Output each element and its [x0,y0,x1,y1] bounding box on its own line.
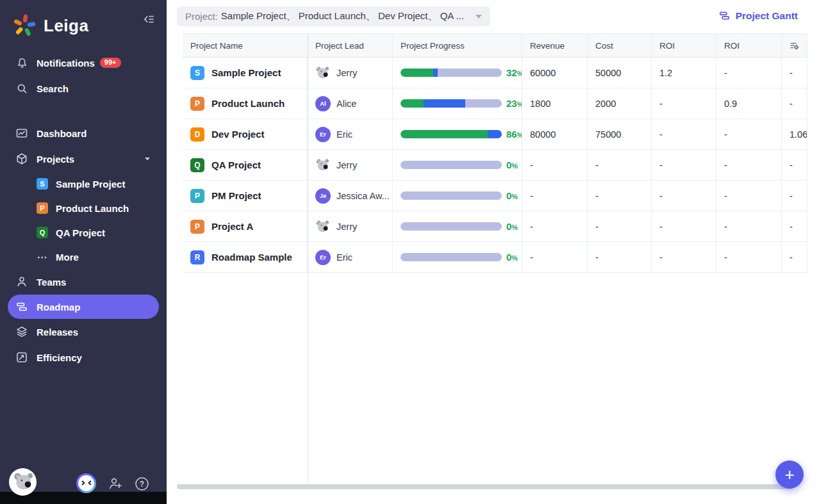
lead-avatar [315,158,331,173]
cost-value: 75000 [588,119,652,150]
sidebar-item-label: More [56,252,79,263]
revenue-value: - [522,242,588,273]
column-header-revenue[interactable]: Revenue [522,33,588,58]
table-row[interactable]: P Project A Jerry 0% - - - - - [183,211,807,242]
table-row[interactable]: D Dev Project Er Eric 86% 80000 75000 - … [183,119,807,150]
column-header-project-progress[interactable]: Project Progress [393,33,522,58]
progress-bar [401,130,502,138]
table-row[interactable]: S Sample Project Jerry 32% 60000 50000 1… [183,58,807,88]
collapse-sidebar-icon[interactable] [142,13,155,26]
lead-name: Jessica Aw... [336,191,390,201]
sidebar-item-dashboard[interactable]: Dashboard [0,120,167,146]
table-row[interactable]: P PM Project Je Jessica Aw... 0% - - - -… [183,181,807,211]
revenue-value: - [522,181,588,211]
progress-bar [401,99,502,108]
sidebar-item-label: Roadmap [37,302,80,313]
progress-percent: 0% [506,190,518,201]
roi-value-2: - [716,181,782,211]
project-badge: Q [190,158,204,172]
help-icon[interactable]: ? [135,476,149,491]
sidebar-item-notifications[interactable]: Notifications 99+ [0,50,167,76]
project-badge: P [190,97,204,111]
roi-value: - [652,181,716,211]
invite-user-icon[interactable] [108,476,123,491]
ai-assistant-icon[interactable] [76,473,96,493]
roi-value: - [652,119,716,150]
project-badge: R [190,250,204,264]
progress-inprogress-segment [424,99,465,108]
project-badge: Q [37,227,48,238]
lead-name: Jerry [336,222,357,232]
roi-value-2: - [716,211,782,242]
lead-avatar: Je [315,188,331,204]
project-gantt-link[interactable]: Project Gantt [718,10,798,22]
user-avatar[interactable] [9,468,37,496]
column-header-project-name[interactable]: Project Name [183,33,308,58]
horizontal-scrollbar[interactable] [177,484,793,489]
progress-bar [401,191,502,200]
sidebar: Leiga Notifications 99+ Search [0,0,167,504]
column-header-project-lead[interactable]: Project Lead [308,33,393,58]
projects-cube-icon [15,152,28,165]
cost-value: 50000 [588,58,652,88]
roadmap-gantt-icon [15,300,28,313]
project-name: Sample Project [211,67,281,78]
table-row[interactable]: R Roadmap Sample Er Eric 0% - - - - - [183,242,807,273]
project-name: Project A [211,221,253,232]
roi-value-3: 1.06 [782,119,807,150]
sidebar-item-qa-project[interactable]: Q QA Project [0,220,167,245]
roi-value: - [652,88,716,119]
search-icon [15,82,28,95]
lead-name: Jerry [336,160,357,170]
roi-value-3: - [782,181,807,211]
roi-value: - [652,150,716,181]
table-row[interactable]: P Product Launch Al Alice 23% 1800 2000 … [183,88,807,119]
progress-complete-segment [401,130,488,138]
sidebar-item-product-launch[interactable]: P Product Launch [0,196,167,220]
table-row[interactable]: Q QA Project Jerry 0% - - - - - [183,150,807,181]
progress-complete-segment [401,99,424,108]
cost-value: 2000 [588,88,652,119]
notifications-count-badge: 99+ [100,58,121,68]
caret-down-icon [476,15,482,19]
logo-row: Leiga [0,10,167,40]
project-name: PM Project [211,190,261,201]
sidebar-item-more[interactable]: ⋯ More [0,245,167,269]
filter-label: Project: [185,11,218,22]
progress-complete-segment [401,69,433,77]
roi-value-3: - [782,242,807,273]
help-glyph: ? [140,480,144,489]
progress-percent: 0% [506,221,518,232]
project-badge: S [37,178,48,190]
project-name: QA Project [211,159,261,170]
column-header-cost[interactable]: Cost [588,33,652,58]
sidebar-item-releases[interactable]: Releases [0,319,167,345]
column-header-roi[interactable]: ROI [652,33,716,58]
progress-percent: 0% [506,159,518,170]
sidebar-item-teams[interactable]: Teams [0,269,167,295]
column-settings-button[interactable] [782,33,807,58]
cost-value: - [588,242,652,273]
sidebar-item-projects[interactable]: Projects [0,146,167,172]
dashboard-icon [15,127,28,140]
cost-value: - [588,150,652,181]
roi-value-3: - [782,58,807,88]
project-filter-dropdown[interactable]: Project: Sample Project、 Product Launch、… [177,6,490,26]
roi-value-2: - [716,119,782,150]
chevron-down-icon[interactable] [144,155,151,163]
sidebar-item-efficiency[interactable]: Efficiency [0,345,167,370]
progress-percent: 86% [506,129,522,140]
sidebar-item-search[interactable]: Search [0,76,167,101]
logo-text: Leiga [44,16,88,36]
roi-value-2: - [716,58,782,88]
lead-avatar: Al [315,96,331,111]
table-body: S Sample Project Jerry 32% 60000 50000 1… [183,58,807,273]
revenue-value: 1800 [522,88,588,119]
table-header-row: Project Name Project Lead Project Progre… [183,33,807,58]
sidebar-item-label: Efficiency [37,352,82,363]
sidebar-item-roadmap[interactable]: Roadmap [8,295,159,319]
column-header-roi-2[interactable]: ROI [716,33,782,58]
sidebar-item-sample-project[interactable]: S Sample Project [0,172,167,196]
add-button[interactable]: + [775,460,804,489]
progress-percent: 0% [506,252,518,263]
